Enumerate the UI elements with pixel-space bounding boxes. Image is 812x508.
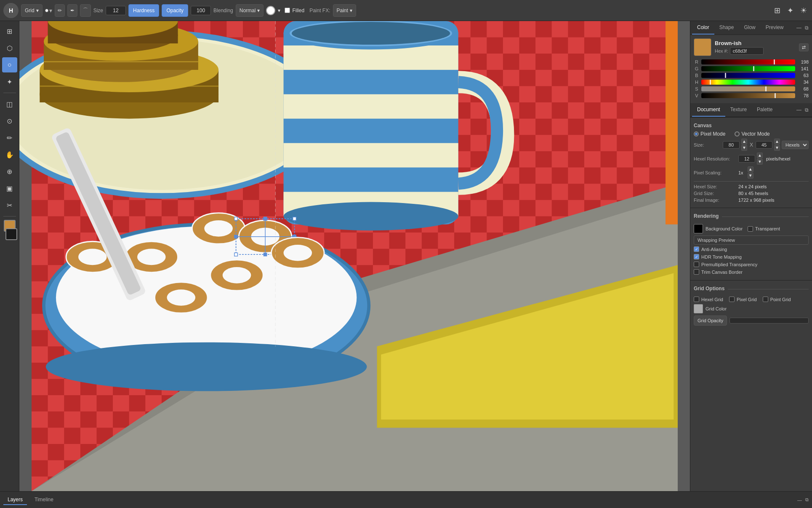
width-input[interactable]: [723, 141, 740, 149]
tool-layers[interactable]: ◫: [2, 96, 17, 112]
opacity-input[interactable]: 100: [191, 6, 211, 15]
vector-mode-option[interactable]: Vector Mode: [735, 131, 769, 137]
trim-canvas-wrap: Trim Canvas Border: [694, 269, 743, 275]
transparent-checkbox[interactable]: [748, 226, 753, 232]
channel-r-slider[interactable]: [701, 59, 795, 64]
pixel-scaling-row: Pixel Scaling: 1x ▲ ▼: [694, 166, 809, 179]
tool-hexagon[interactable]: ⬡: [2, 40, 17, 56]
pencil-tool-btn[interactable]: ✏: [55, 4, 65, 17]
premult-checkbox[interactable]: [694, 262, 699, 267]
tab-color[interactable]: Color: [692, 21, 714, 35]
paint-fx-select[interactable]: Paint ▾: [333, 4, 356, 17]
tab-layers[interactable]: Layers: [3, 495, 27, 505]
pixel-mode-option[interactable]: Pixel Mode: [694, 131, 725, 137]
tool-ellipse[interactable]: ○: [2, 57, 17, 72]
filled-checkbox[interactable]: [285, 8, 290, 13]
bottom-icon-2[interactable]: ⧉: [805, 497, 809, 503]
height-up-btn[interactable]: ▲: [774, 139, 780, 144]
tool-star[interactable]: ✦: [2, 74, 17, 89]
tab-preview[interactable]: Preview: [761, 21, 789, 35]
svg-rect-71: [666, 21, 678, 225]
tab-glow[interactable]: Glow: [739, 21, 760, 35]
width-down-btn[interactable]: ▼: [741, 145, 747, 151]
tab-shape[interactable]: Shape: [714, 21, 739, 35]
grid-icon-btn[interactable]: ⊞: [772, 4, 782, 17]
tool-separator-2: [3, 216, 16, 217]
anti-aliasing-checkbox[interactable]: [694, 246, 699, 252]
channel-v-slider[interactable]: [701, 93, 795, 98]
grid-color-box[interactable]: [694, 304, 703, 313]
grid-opacity-bar[interactable]: [729, 318, 809, 324]
color-panel-minimize[interactable]: —: [795, 23, 803, 32]
channel-b-slider[interactable]: [701, 73, 795, 78]
size-unit-select[interactable]: Hexels Pixels: [782, 141, 809, 149]
svg-rect-32: [284, 94, 458, 119]
calligraphy-tool-btn[interactable]: ⌒: [80, 4, 91, 17]
sun-icon-btn[interactable]: ☀: [799, 4, 809, 17]
tool-frame[interactable]: ▣: [2, 181, 17, 196]
hexel-res-up-btn[interactable]: ▲: [757, 152, 763, 158]
vector-mode-radio[interactable]: [735, 131, 740, 136]
trim-canvas-label: Trim Canvas Border: [701, 270, 743, 275]
hexel-res-input[interactable]: [738, 155, 755, 163]
tool-path[interactable]: ✂: [2, 198, 17, 213]
tool-grid[interactable]: ⊞: [2, 24, 17, 39]
tab-texture[interactable]: Texture: [725, 103, 752, 117]
channel-s-slider[interactable]: [701, 86, 795, 91]
pixel-grid-checkbox[interactable]: [729, 297, 735, 302]
blending-select[interactable]: Normal ▾: [236, 4, 264, 17]
tool-lasso[interactable]: ⊙: [2, 113, 17, 128]
tab-palette[interactable]: Palette: [752, 103, 777, 117]
hexel-grid-checkbox[interactable]: [694, 297, 699, 302]
doc-panel-expand[interactable]: ⧉: [803, 105, 810, 115]
filled-checkbox-wrap[interactable]: Filled: [285, 8, 304, 13]
grid-options-title: Grid Options: [694, 286, 724, 291]
svg-point-48: [204, 220, 233, 237]
doc-panel-minimize[interactable]: —: [795, 105, 803, 115]
point-grid-checkbox[interactable]: [763, 297, 768, 302]
grid-opacity-btn[interactable]: Grid Opacity: [694, 315, 727, 326]
height-steppers: ▲ ▼: [774, 139, 780, 151]
hdr-tone-checkbox[interactable]: [694, 254, 699, 259]
pixel-scaling-up-btn[interactable]: ▲: [748, 166, 753, 172]
color-circle[interactable]: [266, 6, 275, 15]
pixel-scaling-down-btn[interactable]: ▼: [748, 173, 753, 179]
svg-rect-56: [293, 217, 296, 220]
app-logo: H: [3, 3, 19, 18]
bg-color-box[interactable]: [694, 224, 703, 233]
hexel-res-down-btn[interactable]: ▼: [757, 159, 763, 165]
background-color-swatch[interactable]: [5, 228, 17, 240]
rendering-title: Rendering: [694, 213, 719, 219]
opacity-btn[interactable]: Opacity: [162, 4, 188, 17]
tab-timeline[interactable]: Timeline: [30, 495, 58, 505]
hex-input[interactable]: [730, 47, 764, 55]
tab-document[interactable]: Document: [692, 103, 725, 117]
height-down-btn[interactable]: ▼: [774, 145, 780, 151]
wrapping-preview-row[interactable]: Wrapping Preview: [694, 235, 809, 245]
color-panel-expand[interactable]: ⧉: [803, 23, 810, 32]
hardness-btn[interactable]: Hardness: [128, 4, 159, 17]
size-input[interactable]: 12: [106, 6, 126, 15]
channel-h-slider[interactable]: [701, 80, 795, 85]
svg-point-44: [78, 249, 107, 265]
brush-dropdown-arrow[interactable]: ▾: [49, 7, 52, 14]
tool-hand[interactable]: ✋: [2, 147, 17, 162]
width-up-btn[interactable]: ▲: [741, 139, 747, 144]
height-input[interactable]: [756, 141, 772, 149]
color-preview-row: Brown-ish Hex #: ⇄: [694, 38, 809, 56]
pen-tool-btn[interactable]: ✒: [67, 4, 77, 17]
color-swap-btn[interactable]: ⇄: [799, 43, 809, 51]
point-grid-wrap: Point Grid: [763, 297, 791, 302]
tool-selector[interactable]: Grid ▾: [21, 4, 43, 17]
bottom-icon-1[interactable]: —: [797, 497, 802, 503]
pixel-mode-radio[interactable]: [694, 131, 699, 136]
svg-rect-54: [234, 217, 238, 220]
tool-zoom[interactable]: ⊕: [2, 164, 17, 179]
canvas-area[interactable]: [19, 21, 690, 491]
tool-pen[interactable]: ✏: [2, 130, 17, 145]
trim-canvas-checkbox[interactable]: [694, 269, 699, 275]
channel-g-slider[interactable]: [701, 66, 795, 71]
mode-row: Pixel Mode Vector Mode: [694, 131, 809, 137]
star-icon-btn[interactable]: ✦: [785, 4, 795, 17]
color-preview-box[interactable]: [694, 38, 711, 56]
